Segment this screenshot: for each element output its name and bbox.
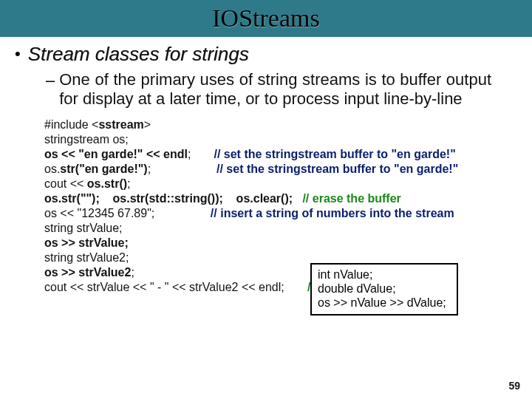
code-text: stringstream os;: [44, 133, 129, 146]
code-text: string strValue;: [44, 222, 123, 234]
code-text: os.: [44, 163, 60, 175]
code-text: ;: [127, 177, 130, 190]
dash-icon: –: [46, 70, 55, 91]
code-text: >: [144, 118, 151, 131]
code-bold: str("en garde!"): [60, 163, 147, 175]
inset-line: double dValue;: [318, 282, 451, 296]
code-bold: os.str(std::string());: [113, 192, 223, 205]
code-bold: os.str(): [87, 177, 127, 190]
code-text: cout <<: [44, 177, 87, 190]
code-comment: // set the stringstream buffer to "en ga…: [216, 163, 458, 175]
code-bold: os.clear();: [236, 192, 293, 205]
code-text: ;: [148, 163, 151, 175]
inset-code-box: int nValue; double dValue; os >> nValue …: [310, 263, 458, 316]
inset-line: int nValue;: [318, 267, 451, 282]
level2-bullet-row: – One of the primary uses of string stre…: [46, 70, 491, 109]
code-bold: os << "en garde!" << endl: [44, 148, 188, 160]
code-text: ;: [188, 148, 191, 160]
inset-line: os >> nValue >> dValue;: [318, 296, 451, 310]
slide-title: IOStreams: [212, 4, 319, 33]
level1-bullet-row: • Stream classes for strings: [15, 43, 532, 66]
code-text: cout << strValue << " - " << strValue2 <…: [44, 281, 284, 293]
code-keyword: sstream: [98, 118, 143, 131]
code-text: os << "12345 67.89";: [44, 207, 154, 219]
code-text: #include <: [44, 118, 98, 131]
bullet-dot-icon: •: [15, 43, 21, 65]
level1-bullet-text: Stream classes for strings: [28, 43, 249, 66]
level2-bullet-text: One of the primary uses of string stream…: [59, 70, 491, 109]
code-text: ;: [131, 266, 134, 279]
code-bold: os.str("");: [44, 192, 100, 205]
code-bold: os >> strValue2: [44, 266, 131, 279]
code-comment: // insert a string of numbers into the s…: [211, 207, 454, 219]
code-comment-green: // erase the buffer: [302, 192, 400, 205]
title-bar: IOStreams: [0, 0, 532, 37]
code-comment: // set the stringstream buffer to "en ga…: [214, 148, 455, 160]
page-number: 59: [508, 380, 520, 392]
code-bold: os >> strValue;: [44, 236, 129, 249]
code-text: string strValue2;: [44, 251, 129, 264]
